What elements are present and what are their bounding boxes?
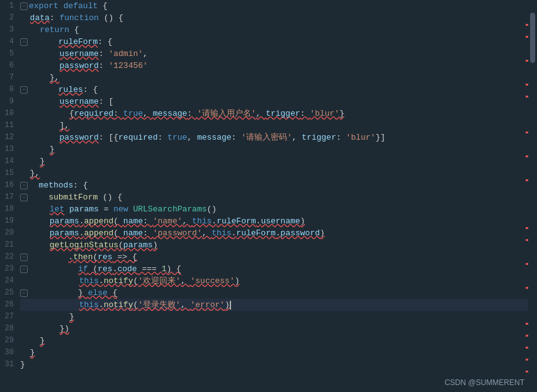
code-area[interactable]: − export default { data: function () { r… bbox=[18, 0, 528, 392]
code-line-18: let params = new URLSearchParams() bbox=[20, 203, 528, 215]
minimap-mark bbox=[526, 239, 528, 241]
code-line-11: ], bbox=[20, 120, 528, 132]
minimap-mark bbox=[526, 132, 528, 133]
code-line-31: } bbox=[20, 359, 528, 371]
minimap-mark bbox=[526, 24, 528, 26]
code-line-10: {required: true, message: '请输入用户名', trig… bbox=[20, 108, 528, 120]
minimap-mark bbox=[526, 371, 528, 372]
code-line-26: 💡 this.notify('登录失败', 'error') bbox=[20, 299, 528, 311]
code-line-9: username: [ bbox=[20, 96, 528, 108]
code-line-23: − if (res.code === 1) { bbox=[20, 263, 528, 275]
code-line-22: − .then(res => { bbox=[20, 251, 528, 263]
code-line-17: − submitForm () { bbox=[20, 191, 528, 203]
fold-icon-23[interactable]: − bbox=[20, 266, 28, 273]
minimap-mark bbox=[526, 335, 528, 337]
minimap-mark bbox=[526, 287, 528, 289]
scrollbar-track[interactable] bbox=[528, 0, 537, 392]
minimap-mark bbox=[526, 347, 528, 349]
minimap-mark bbox=[526, 84, 528, 86]
fold-icon-4[interactable]: − bbox=[20, 38, 28, 46]
code-line-21: getLoginStatus(params) bbox=[20, 239, 528, 251]
code-line-14: } bbox=[20, 155, 528, 167]
minimap-mark bbox=[526, 96, 528, 98]
minimap-mark bbox=[526, 359, 528, 361]
fold-icon-16[interactable]: − bbox=[20, 182, 28, 189]
watermark: CSDN @SUMMERENT bbox=[444, 378, 524, 387]
fold-icon-1[interactable]: − bbox=[20, 3, 28, 10]
code-line-30: } bbox=[20, 347, 528, 359]
code-line-16: − methods: { bbox=[20, 179, 528, 191]
code-line-1: − export default { bbox=[20, 0, 528, 12]
minimap-mark bbox=[526, 60, 528, 62]
code-line-7: }, bbox=[20, 72, 528, 84]
minimap-mark bbox=[526, 263, 528, 265]
minimap-marks bbox=[526, 0, 528, 392]
fold-icon-25[interactable]: − bbox=[20, 289, 28, 297]
code-line-28: }) bbox=[20, 323, 528, 335]
code-line-29: } bbox=[20, 335, 528, 347]
code-line-5: username: 'admin', bbox=[20, 48, 528, 60]
minimap-mark bbox=[526, 323, 528, 325]
scrollbar-thumb[interactable] bbox=[530, 13, 535, 63]
code-line-15: }, bbox=[20, 167, 528, 179]
fold-icon-8[interactable]: − bbox=[20, 86, 28, 94]
minimap-mark bbox=[526, 36, 528, 38]
code-line-8: − rules: { bbox=[20, 84, 528, 96]
fold-icon-17[interactable]: − bbox=[20, 194, 28, 201]
code-line-24: this.notify('欢迎回来', 'success') bbox=[20, 275, 528, 287]
code-line-25: − } else { bbox=[20, 287, 528, 299]
code-line-12: password: [{required: true, message: '请输… bbox=[20, 132, 528, 143]
fold-icon-22[interactable]: − bbox=[20, 254, 28, 261]
code-line-2: data: function () { bbox=[20, 12, 528, 24]
minimap-mark bbox=[526, 227, 528, 229]
minimap-mark bbox=[526, 179, 528, 181]
code-line-6: password: '123456' bbox=[20, 60, 528, 72]
editor: 1 2 3 4 5 6 7 8 9 10 11 12 13 14 15 16 1… bbox=[0, 0, 537, 392]
code-line-27: } bbox=[20, 311, 528, 323]
minimap-mark bbox=[526, 155, 528, 157]
code-line-19: params.append( name: 'name', this.ruleFo… bbox=[20, 215, 528, 227]
code-line-4: − ruleForm: { bbox=[20, 36, 528, 48]
code-line-13: } bbox=[20, 143, 528, 155]
code-line-20: params.append( name: 'password', this.ru… bbox=[20, 227, 528, 239]
line-numbers: 1 2 3 4 5 6 7 8 9 10 11 12 13 14 15 16 1… bbox=[0, 0, 18, 392]
code-line-3: return { bbox=[20, 24, 528, 36]
